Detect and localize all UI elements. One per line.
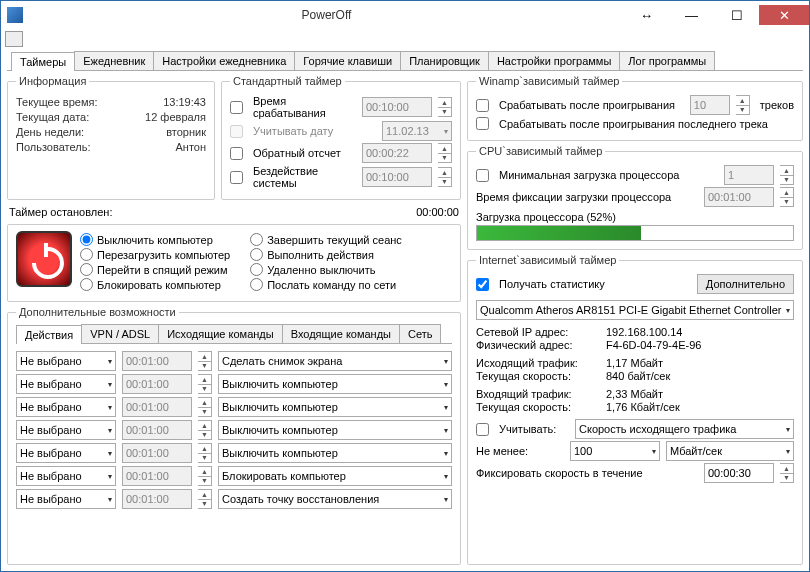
minimize-button[interactable]: —: [669, 5, 714, 25]
dow-value: вторник: [166, 126, 206, 138]
action-time-1[interactable]: 00:01:00: [122, 374, 192, 394]
subtab-actions[interactable]: Действия: [16, 325, 82, 344]
cpu-min-input[interactable]: 1: [724, 165, 774, 185]
close-button[interactable]: ✕: [759, 5, 809, 25]
action-time-6[interactable]: 00:01:00: [122, 489, 192, 509]
maximize-button[interactable]: ☐: [714, 5, 759, 25]
trigger-checkbox[interactable]: [230, 101, 243, 114]
subtab-in-cmd[interactable]: Входящие команды: [282, 324, 400, 343]
action-spinner-5[interactable]: ▲▼: [198, 466, 212, 486]
action-spinner-0[interactable]: ▲▼: [198, 351, 212, 371]
action-action-0[interactable]: Сделать снимок экрана▾: [218, 351, 452, 371]
out-value: 1,17 Мбайт: [606, 357, 663, 369]
cpu-min-spinner[interactable]: ▲▼: [780, 165, 794, 185]
action-sel-4[interactable]: Не выбрано▾: [16, 443, 116, 463]
action-time-0[interactable]: 00:01:00: [122, 351, 192, 371]
help-button[interactable]: ↔: [624, 5, 669, 25]
action-time-2[interactable]: 00:01:00: [122, 397, 192, 417]
trigger-spinner[interactable]: ▲▼: [438, 97, 452, 117]
action-sel-5[interactable]: Не выбрано▾: [16, 466, 116, 486]
cpu-group: CPU`зависимый таймер Минимальная загрузк…: [467, 145, 803, 250]
tab-scheduler[interactable]: Планировщик: [400, 51, 489, 70]
fix-speed-input[interactable]: 00:00:30: [704, 463, 774, 483]
action-sel-2[interactable]: Не выбрано▾: [16, 397, 116, 417]
action-sel-6[interactable]: Не выбрано▾: [16, 489, 116, 509]
action-action-3[interactable]: Выключить компьютер▾: [218, 420, 452, 440]
out-label: Исходящий трафик:: [476, 357, 606, 369]
countdown-time[interactable]: 00:00:22: [362, 143, 432, 163]
more-button[interactable]: Дополнительно: [697, 274, 794, 294]
action-sel-0[interactable]: Не выбрано▾: [16, 351, 116, 371]
radio-send-net[interactable]: Послать команду по сети: [250, 278, 402, 291]
action-action-6[interactable]: Создать точку восстановления▾: [218, 489, 452, 509]
tracks-spinner[interactable]: ▲▼: [736, 95, 750, 115]
action-spinner-1[interactable]: ▲▼: [198, 374, 212, 394]
action-time-5[interactable]: 00:01:00: [122, 466, 192, 486]
app-icon: [7, 7, 23, 23]
radio-shutdown[interactable]: Выключить компьютер: [80, 233, 230, 246]
action-spinner-6[interactable]: ▲▼: [198, 489, 212, 509]
action-time-4[interactable]: 00:01:00: [122, 443, 192, 463]
adapter-combo[interactable]: Qualcomm Atheros AR8151 PCI-E Gigabit Et…: [476, 300, 794, 320]
mac-value: F4-6D-04-79-4E-96: [606, 339, 701, 351]
info-legend: Информация: [16, 75, 89, 87]
subtab-vpn[interactable]: VPN / ADSL: [81, 324, 159, 343]
cpu-fix-label: Время фиксации загрузки процессора: [476, 191, 698, 203]
action-action-2[interactable]: Выключить компьютер▾: [218, 397, 452, 417]
trigger-time[interactable]: 00:10:00: [362, 97, 432, 117]
user-value: Антон: [175, 141, 206, 153]
tab-timers[interactable]: Таймеры: [11, 52, 75, 71]
cpu-fix-spinner[interactable]: ▲▼: [780, 187, 794, 207]
action-action-4[interactable]: Выключить компьютер▾: [218, 443, 452, 463]
tab-program-settings[interactable]: Настройки программы: [488, 51, 620, 70]
subtab-net[interactable]: Сеть: [399, 324, 441, 343]
action-action-5[interactable]: Блокировать компьютер▾: [218, 466, 452, 486]
subtab-out-cmd[interactable]: Исходящие команды: [158, 324, 283, 343]
action-spinner-2[interactable]: ▲▼: [198, 397, 212, 417]
action-spinner-3[interactable]: ▲▼: [198, 420, 212, 440]
tab-hotkeys[interactable]: Горячие клавиши: [294, 51, 401, 70]
action-sel-1[interactable]: Не выбрано▾: [16, 374, 116, 394]
date-value: 12 февраля: [145, 111, 206, 123]
idle-time[interactable]: 00:10:00: [362, 167, 432, 187]
countdown-label: Обратный отсчет: [253, 147, 356, 159]
countdown-checkbox[interactable]: [230, 147, 243, 160]
date-label: Текущая дата:: [16, 111, 89, 123]
menu-icon[interactable]: [5, 31, 23, 47]
consider-combo[interactable]: Скорость исходящего трафика▾: [575, 419, 794, 439]
tracks-input[interactable]: 10: [690, 95, 730, 115]
in-label: Входящий трафик:: [476, 388, 606, 400]
winamp-after-checkbox[interactable]: [476, 99, 489, 112]
additional-legend: Дополнительные возможности: [16, 306, 179, 318]
action-time-3[interactable]: 00:01:00: [122, 420, 192, 440]
fix-speed-spinner[interactable]: ▲▼: [780, 463, 794, 483]
tab-daily-settings[interactable]: Настройки ежедневника: [153, 51, 295, 70]
power-actions-group: Выключить компьютер Перезагрузить компью…: [7, 224, 461, 302]
std-timer-group: Стандартный таймер Время срабатывания00:…: [221, 75, 461, 200]
radio-logoff[interactable]: Завершить текущий сеанс: [250, 233, 402, 246]
idle-label: Бездействие системы: [253, 165, 356, 189]
tab-log[interactable]: Лог программы: [619, 51, 715, 70]
date-picker[interactable]: 11.02.13▾: [382, 121, 452, 141]
radio-restart[interactable]: Перезагрузить компьютер: [80, 248, 230, 261]
radio-sleep[interactable]: Перейти в спящий режим: [80, 263, 230, 276]
consider-checkbox[interactable]: [476, 423, 489, 436]
cpu-fix-input[interactable]: 00:01:00: [704, 187, 774, 207]
radio-run-actions[interactable]: Выполнить действия: [250, 248, 402, 261]
idle-checkbox[interactable]: [230, 171, 243, 184]
menubar: [1, 29, 809, 49]
atleast-unit-combo[interactable]: Мбайт/сек▾: [666, 441, 794, 461]
cpu-min-checkbox[interactable]: [476, 169, 489, 182]
action-sel-3[interactable]: Не выбрано▾: [16, 420, 116, 440]
radio-lock[interactable]: Блокировать компьютер: [80, 278, 230, 291]
countdown-spinner[interactable]: ▲▼: [438, 143, 452, 163]
idle-spinner[interactable]: ▲▼: [438, 167, 452, 187]
action-action-1[interactable]: Выключить компьютер▾: [218, 374, 452, 394]
radio-remote-off[interactable]: Удаленно выключить: [250, 263, 402, 276]
action-spinner-4[interactable]: ▲▼: [198, 443, 212, 463]
tab-daily[interactable]: Ежедневник: [74, 51, 154, 70]
atleast-combo[interactable]: 100▾: [570, 441, 660, 461]
winamp-last-checkbox[interactable]: [476, 117, 489, 130]
consider-label: Учитывать:: [499, 423, 569, 435]
stats-checkbox[interactable]: [476, 278, 489, 291]
